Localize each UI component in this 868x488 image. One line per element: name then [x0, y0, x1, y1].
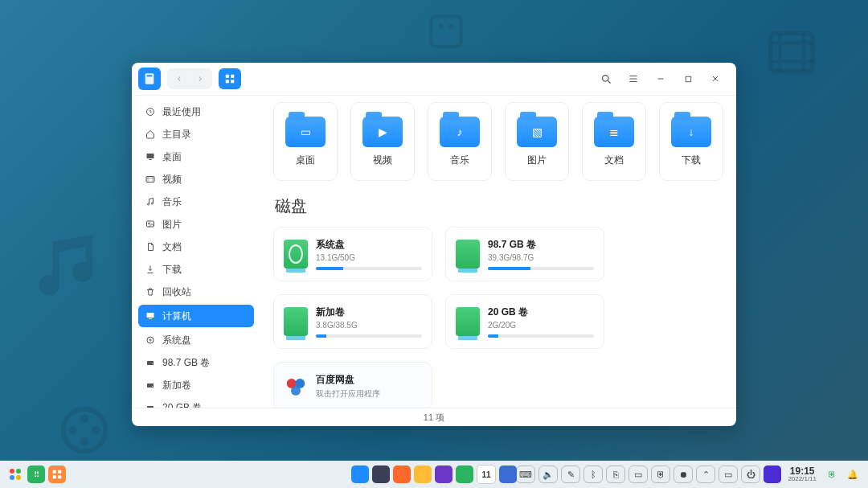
tray-battery-icon[interactable]: ▭: [628, 465, 648, 483]
drive-新加卷[interactable]: 新加卷3.8G/38.5G: [273, 294, 432, 349]
sidebar-item-label: 98.7 GB 卷: [162, 356, 210, 370]
drive-系统盘[interactable]: 系统盘13.1G/50G: [273, 227, 432, 281]
drive-icon: [456, 307, 480, 336]
svg-point-40: [16, 469, 21, 474]
tray-record-icon[interactable]: ⏺: [674, 465, 693, 483]
sidebar-item-trash[interactable]: 回收站: [132, 281, 260, 303]
folder-文档[interactable]: ≣文档: [582, 102, 646, 181]
svg-point-22: [152, 203, 154, 204]
folder-label: 视频: [373, 154, 392, 167]
folder-图片[interactable]: ▧图片: [505, 102, 569, 181]
drive-usage-bar: [316, 334, 422, 338]
tray-desktop-icon[interactable]: ▭: [719, 465, 738, 483]
search-icon[interactable]: [600, 72, 612, 85]
app-icon[interactable]: [138, 68, 161, 90]
tray-assist-icon[interactable]: [764, 465, 781, 483]
tray-notify-icon[interactable]: 🔔: [844, 465, 862, 483]
status-bar: 11 项: [132, 408, 736, 426]
titlebar-right: [600, 72, 730, 85]
sidebar-item-video[interactable]: 视频: [132, 168, 260, 191]
folder-label: 下载: [682, 154, 701, 167]
forward-button[interactable]: [190, 70, 211, 88]
svg-rect-43: [53, 470, 56, 474]
sidebar-item-download[interactable]: 下载: [132, 258, 260, 281]
sidebar-item-drive[interactable]: 98.7 GB 卷: [132, 351, 260, 374]
sidebar-item-doc[interactable]: 文档: [132, 236, 260, 258]
svg-rect-16: [686, 76, 690, 81]
drive-icon: [284, 240, 308, 269]
tray-bluetooth-icon[interactable]: ᛒ: [583, 465, 603, 483]
sidebar-item-image[interactable]: 图片: [132, 213, 260, 236]
svg-rect-29: [147, 361, 154, 365]
folder-桌面[interactable]: ▭桌面: [273, 102, 338, 181]
dock-right: ⌨🔈✎ᛒ⎘▭⛨⏺⌃▭⏻19:152022/1/11⛨🔔: [516, 465, 862, 483]
drive-name: 系统盘: [316, 238, 422, 252]
drive-icon: [456, 240, 480, 269]
sidebar-item-desktop[interactable]: 桌面: [132, 146, 260, 168]
workspace-button[interactable]: ⠿: [27, 465, 45, 483]
sidebar-item-clock[interactable]: 最近使用: [132, 100, 260, 123]
dock-launcher-icon[interactable]: [351, 465, 369, 483]
tray-safety-icon[interactable]: ⛨: [823, 465, 841, 483]
svg-point-42: [16, 475, 21, 480]
app-hint: 双击打开应用程序: [316, 388, 380, 400]
tray-keyboard-icon[interactable]: ⌨: [516, 465, 535, 483]
minimize-button[interactable]: [654, 72, 667, 85]
back-button[interactable]: [169, 70, 190, 88]
svg-point-39: [10, 469, 14, 474]
folder-label: 音乐: [450, 154, 469, 167]
folder-音乐[interactable]: ♪音乐: [428, 102, 492, 181]
sidebar-item-label: 计算机: [162, 310, 191, 323]
app-baidu-netdisk[interactable]: 百度网盘 双击打开应用程序: [273, 362, 432, 408]
sidebar-item-drive[interactable]: 20 GB 卷: [132, 396, 260, 408]
maximize-button[interactable]: [682, 72, 694, 85]
view-mode-button[interactable]: [219, 68, 241, 89]
dock-settings-icon[interactable]: [499, 465, 517, 483]
sidebar-item-label: 回收站: [162, 285, 191, 299]
dock-browser-icon[interactable]: [372, 465, 390, 483]
drive-20 GB 卷[interactable]: 20 GB 卷2G/20G: [445, 294, 604, 349]
dock-photos-icon[interactable]: [435, 465, 452, 483]
close-button[interactable]: [709, 72, 722, 85]
dock-mail-icon[interactable]: [456, 465, 473, 483]
svg-point-30: [152, 363, 153, 364]
sidebar-item-label: 系统盘: [162, 334, 191, 347]
bg-glyph-music: [29, 225, 109, 306]
tray-volume-icon[interactable]: 🔈: [538, 465, 558, 483]
tray-wifi-icon[interactable]: ⌃: [696, 465, 715, 483]
dock-calendar-icon[interactable]: 11: [477, 465, 496, 484]
section-title-disks: 磁盘: [275, 195, 723, 217]
desktop-icon: [145, 151, 156, 162]
svg-rect-11: [226, 75, 229, 78]
download-icon: [145, 264, 156, 275]
sidebar-item-label: 下载: [162, 263, 182, 277]
svg-point-27: [147, 337, 154, 343]
folder-视频[interactable]: ▶视频: [350, 102, 415, 181]
sidebar-item-home[interactable]: 主目录: [132, 123, 260, 146]
sidebar-item-computer[interactable]: 计算机: [138, 305, 254, 327]
sidebar-item-music[interactable]: 音乐: [132, 191, 260, 213]
drive-icon: [145, 379, 156, 391]
sidebar-item-drive[interactable]: 新加卷: [132, 374, 260, 396]
dock-music-icon[interactable]: [393, 465, 411, 483]
clock[interactable]: 19:152022/1/11: [788, 466, 817, 482]
item-count: 11 项: [424, 412, 444, 424]
tray-power-icon[interactable]: ⏻: [741, 465, 760, 483]
launcher-icon[interactable]: [6, 465, 24, 483]
dock-store-icon[interactable]: [414, 465, 432, 483]
tray-clipboard-icon[interactable]: ⎘: [606, 465, 625, 483]
menu-icon[interactable]: [627, 72, 640, 85]
tray-pen-icon[interactable]: ✎: [561, 465, 580, 483]
svg-rect-19: [149, 159, 152, 160]
sidebar-item-label: 最近使用: [162, 105, 201, 119]
multitask-button[interactable]: [48, 465, 66, 483]
sidebar-item-label: 新加卷: [162, 379, 191, 392]
folder-下载[interactable]: ↓下载: [659, 102, 723, 181]
baidu-netdisk-icon: [284, 374, 308, 398]
drive-size: 13.1G/50G: [316, 253, 422, 262]
svg-point-8: [80, 437, 89, 446]
trash-icon: [145, 286, 156, 297]
sidebar-item-disk[interactable]: 系统盘: [132, 329, 260, 351]
tray-shield-icon[interactable]: ⛨: [651, 465, 670, 483]
drive-98.7 GB 卷[interactable]: 98.7 GB 卷39.3G/98.7G: [445, 227, 604, 281]
